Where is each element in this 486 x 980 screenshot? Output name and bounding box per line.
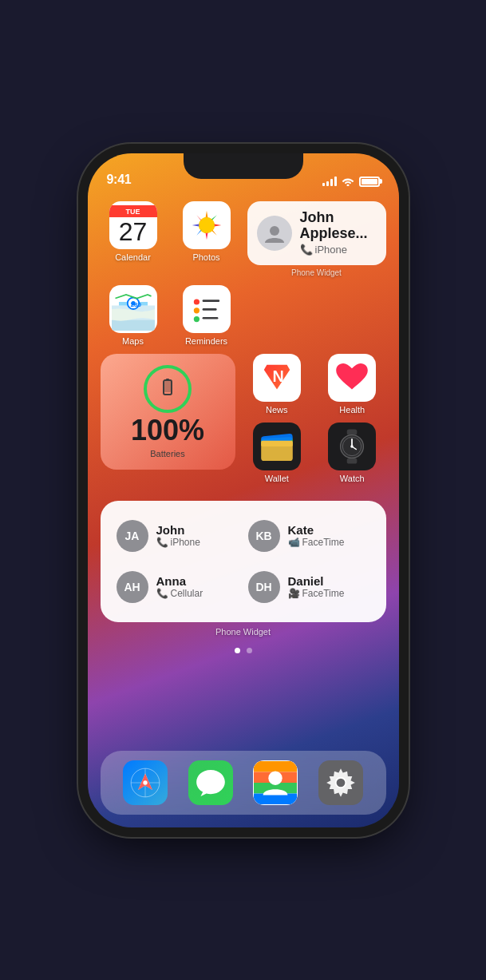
- contacts-grid: JA John 📞 iPhone: [113, 514, 373, 609]
- phone-icon-small: 📞: [300, 244, 313, 256]
- contact-details-john: John 📞 iPhone: [156, 523, 200, 548]
- svg-point-41: [144, 780, 148, 784]
- health-label: Health: [339, 405, 365, 415]
- contact-avatar-anna: AH: [117, 571, 148, 603]
- contact-name-small: John Applese...: [300, 210, 377, 242]
- phone-widget-large-container: JA John 📞 iPhone: [101, 501, 386, 637]
- app-row-1: TUE 27 Calendar: [101, 201, 386, 277]
- reminders-label: Reminders: [185, 336, 227, 346]
- news-icon[interactable]: N: [253, 354, 301, 402]
- phone-frame: 9:41 TUE 27: [88, 153, 399, 827]
- health-icon[interactable]: [328, 354, 376, 402]
- contact-details-anna: Anna 📞 Cellular: [156, 574, 203, 599]
- contact-info-small: John Applese... 📞 iPhone: [300, 210, 377, 256]
- svg-rect-29: [347, 429, 358, 434]
- contacts-svg: [254, 761, 297, 804]
- contact-john[interactable]: JA John 📞 iPhone: [113, 514, 242, 558]
- contact-name-daniel: Daniel: [288, 574, 345, 588]
- svg-point-8: [131, 301, 135, 305]
- svg-rect-43: [254, 761, 297, 772]
- svg-point-49: [336, 778, 345, 787]
- calendar-day: TUE: [109, 205, 157, 217]
- page-dot-2: [247, 648, 252, 653]
- svg-rect-46: [254, 793, 297, 804]
- spacer-1: [247, 285, 313, 346]
- phone-type-small: 📞 iPhone: [300, 244, 377, 256]
- contact-method-daniel: 🎥 FaceTime: [288, 588, 345, 599]
- health-app[interactable]: Health: [318, 354, 386, 415]
- contact-details-daniel: Daniel 🎥 FaceTime: [288, 574, 345, 599]
- dock: [101, 751, 386, 815]
- contacts-dock-icon[interactable]: [253, 760, 298, 805]
- watch-app[interactable]: Watch: [318, 423, 386, 483]
- reminders-icon[interactable]: [183, 285, 231, 333]
- page-dot-1: [235, 648, 240, 653]
- phone-screen: 9:41 TUE 27: [88, 153, 399, 827]
- phone-widget-large[interactable]: JA John 📞 iPhone: [101, 501, 386, 622]
- svg-point-10: [193, 299, 199, 304]
- page-dots: [101, 648, 386, 653]
- messages-svg: [191, 763, 231, 803]
- calendar-app[interactable]: TUE 27 Calendar: [101, 201, 166, 277]
- safari-dock-app[interactable]: [123, 760, 168, 805]
- contact-initials-kate: KB: [255, 530, 271, 542]
- contact-daniel[interactable]: DH Daniel 🎥 FaceTime: [245, 565, 373, 609]
- wifi-icon: [342, 177, 354, 186]
- app-row-3: 100% Batteries: [101, 354, 386, 491]
- messages-dock-app[interactable]: [188, 760, 233, 805]
- photos-icon[interactable]: [183, 201, 231, 249]
- contact-initials-john: JA: [125, 530, 140, 542]
- signal-bars-icon: [322, 177, 337, 186]
- phone-widget-small-container: John Applese... 📞 iPhone Phone Widget: [247, 201, 386, 277]
- phone-widget-small-label: Phone Widget: [247, 268, 386, 277]
- phone-call-icon: 📞: [156, 537, 168, 548]
- health-svg: [330, 356, 373, 399]
- contact-name-kate: Kate: [288, 523, 345, 537]
- app-row-2: 280 Maps: [101, 285, 386, 346]
- settings-dock-icon[interactable]: [318, 760, 363, 805]
- contact-name-john: John: [156, 523, 200, 537]
- contact-kate[interactable]: KB Kate 📹 FaceTime: [245, 514, 373, 558]
- calendar-label: Calendar: [115, 252, 151, 262]
- svg-point-11: [193, 307, 199, 313]
- battery-percent: 100%: [131, 416, 204, 445]
- phone-widget-small[interactable]: John Applese... 📞 iPhone: [247, 201, 386, 265]
- phone-call-icon-anna: 📞: [156, 588, 168, 599]
- watch-label: Watch: [340, 474, 365, 483]
- contact-details-kate: Kate 📹 FaceTime: [288, 523, 345, 548]
- svg-rect-5: [112, 319, 155, 331]
- photos-app[interactable]: Photos: [174, 201, 239, 277]
- battery-ring-icon: [157, 379, 178, 399]
- svg-point-1: [199, 217, 215, 233]
- svg-rect-15: [202, 316, 218, 319]
- news-app[interactable]: N News: [243, 354, 311, 415]
- photos-label: Photos: [192, 252, 219, 262]
- phone-widget-large-label: Phone Widget: [101, 627, 386, 637]
- apps-grid-right: N News Health: [243, 354, 386, 483]
- watch-svg: [330, 425, 373, 468]
- reminders-app[interactable]: Reminders: [174, 285, 239, 346]
- svg-point-12: [193, 316, 199, 322]
- settings-dock-app[interactable]: [318, 760, 363, 805]
- maps-icon[interactable]: 280: [109, 285, 157, 333]
- spacer-2: [321, 285, 386, 346]
- wallet-svg: [255, 425, 298, 468]
- svg-rect-30: [347, 458, 358, 463]
- maps-label: Maps: [122, 336, 144, 346]
- facetime-icon-kate: 📹: [288, 537, 300, 548]
- facetime-icon-daniel: 🎥: [288, 588, 300, 599]
- messages-dock-icon[interactable]: [188, 760, 233, 805]
- wallet-app[interactable]: Wallet: [243, 423, 311, 483]
- maps-app[interactable]: 280 Maps: [101, 285, 166, 346]
- calendar-icon[interactable]: TUE 27: [109, 201, 157, 249]
- safari-dock-icon[interactable]: [123, 760, 168, 805]
- watch-icon[interactable]: [328, 423, 376, 470]
- contact-method-john: 📞 iPhone: [156, 537, 200, 548]
- wallet-icon[interactable]: [253, 423, 301, 470]
- svg-rect-13: [202, 300, 219, 302]
- batteries-widget[interactable]: 100% Batteries: [101, 354, 235, 470]
- contact-initials-anna: AH: [124, 581, 140, 593]
- contact-anna[interactable]: AH Anna 📞 Cellular: [113, 565, 242, 609]
- photos-svg: [187, 205, 227, 245]
- contacts-dock-app[interactable]: [253, 760, 298, 805]
